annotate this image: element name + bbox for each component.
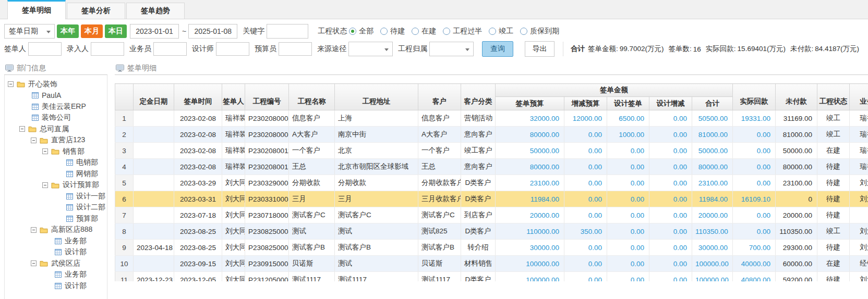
cell-project_no: P2302080009 (245, 127, 289, 143)
cell-status: 在建 (817, 256, 850, 272)
query-button[interactable]: 查询 (482, 41, 513, 57)
tree-node-7[interactable]: 电销部 (5, 157, 107, 169)
table-row[interactable]: 102023-09-15刘大同P2309150002贝诺斯测试贝诺斯材料销售10… (115, 256, 868, 272)
cell-design_adj: 0.00 (649, 159, 692, 175)
tree-collapse-icon[interactable] (31, 260, 37, 266)
cell-project_no: P2309150002 (245, 256, 289, 272)
tree-node-9[interactable]: 设计预算部 (5, 180, 107, 191)
tree-collapse-icon[interactable] (42, 182, 48, 188)
tree-node-4[interactable]: 总司直属 (5, 123, 107, 135)
tree-node-10[interactable]: 设计一部 (5, 191, 107, 202)
totals-summary: 合计签单金额:99.7002(万元)签单数:16实际回款:15.69401(万元… (571, 44, 864, 54)
cell-received: 0.00 (733, 223, 776, 240)
column-header-sign_date[interactable]: 签单时间 (174, 84, 222, 110)
tree-node-17[interactable]: 业务部 (5, 269, 107, 281)
folder-icon (51, 182, 59, 189)
tree-node-8[interactable]: 网销部 (5, 168, 107, 180)
column-header-design_adj[interactable]: 设计增减 (649, 97, 692, 110)
tree-node-0[interactable]: 开心装饰 (5, 79, 107, 90)
column-header-signer[interactable]: 签单人 (222, 84, 245, 110)
tree-node-1[interactable]: PaulA (5, 90, 107, 102)
budgeter-input[interactable] (279, 42, 312, 56)
designer-input[interactable] (216, 42, 249, 56)
tree-node-12[interactable]: 预算部 (5, 213, 107, 225)
table-row[interactable]: 62023-03-31刘大同P2303310005三月三月三月收款客户测D类客户… (115, 191, 868, 207)
tree-node-18[interactable]: 设计部 (5, 280, 107, 292)
cell-status: 竣工 (817, 223, 850, 240)
export-button[interactable]: 导出 (525, 41, 554, 57)
tree-collapse-icon[interactable] (31, 138, 37, 143)
tree-collapse-icon[interactable] (8, 81, 14, 87)
cell-budget_adj: 350.00 (564, 223, 607, 240)
cell-received: 16109.10 (733, 191, 776, 207)
column-header-total[interactable]: 合计 (692, 97, 733, 110)
column-header-budget[interactable]: 签单预算 (496, 97, 564, 110)
quick-button-this-day[interactable]: 本日 (105, 24, 127, 38)
salesman-input[interactable] (153, 42, 187, 56)
table-row[interactable]: 112023-12-232023-12-05刘大同P2312050002测试11… (115, 272, 868, 282)
status-radio-all[interactable]: 全部 (349, 27, 373, 36)
table-row[interactable]: 52023-03-29刘大同P2303290003分期收款分期收款分期收款客户D… (115, 175, 868, 191)
table-row[interactable]: 22023-02-08瑞祥装P2302080009A大客户南京中街A大客户意向客… (115, 127, 868, 143)
date-field-select[interactable]: 签单日期 (4, 24, 55, 39)
tree-node-15[interactable]: 设计部 (5, 247, 107, 258)
signer-input[interactable] (28, 42, 62, 56)
table-row[interactable]: 82023-08-25刘大同P2308250003测试测试测试825D类客户11… (115, 223, 868, 240)
column-header-customer_type[interactable]: 客户分类 (461, 84, 496, 110)
column-header-project_name[interactable]: 工程名称 (289, 84, 335, 110)
column-header-deposit_date[interactable]: 定金日期 (134, 84, 174, 110)
column-header-customer[interactable]: 客户 (418, 84, 461, 110)
cell-salesman: 瑞祥装 (850, 159, 868, 175)
table-row[interactable]: 12023-02-08瑞祥装P2302080003信息客户上海信息客户营销活动3… (115, 110, 868, 127)
tree-node-3[interactable]: 装饰公司 (5, 113, 107, 124)
tree-collapse-icon[interactable] (31, 227, 37, 233)
table-row[interactable]: 72023-07-18刘大同P2307180002测试客户C测试客户C测试客户C… (115, 207, 868, 223)
entry-input[interactable] (91, 42, 124, 56)
column-header-address[interactable]: 工程地址 (335, 84, 418, 110)
status-radio-warranty[interactable]: 质保到期 (520, 27, 559, 36)
tree-collapse-icon[interactable] (42, 148, 48, 154)
column-header-salesman[interactable]: 业务员 (850, 84, 868, 110)
tree-node-2[interactable]: 美佳云装ERP (5, 101, 107, 113)
tree-collapse-icon[interactable] (19, 126, 25, 132)
column-header-unpaid[interactable]: 未付款 (776, 84, 817, 110)
table-row[interactable]: 92023-04-182023-08-25刘大同P2308250005测试客户B… (115, 240, 868, 256)
table-row[interactable]: 32023-02-08瑞祥装P2302080011一个客户北京一个客户竣工客户5… (115, 143, 868, 159)
status-radio-finished[interactable]: 竣工 (489, 27, 513, 36)
status-radio-building[interactable]: 在建 (412, 27, 436, 36)
tab-sign-analysis[interactable]: 签单分析 (67, 3, 125, 19)
keyword-input[interactable] (267, 24, 308, 39)
radio-icon (443, 28, 450, 35)
status-radio-pending[interactable]: 待建 (380, 27, 405, 36)
cell-budget_adj: 0.00 (564, 127, 607, 143)
cell-sign_date: 2023-02-08 (174, 127, 222, 143)
table-row[interactable]: 42023-02-08瑞祥装P2302080013王总北京市朝阳区全球影域王总意… (115, 159, 868, 175)
tree-node-14[interactable]: 业务部 (5, 235, 107, 247)
tab-sign-trend[interactable]: 签单趋势 (126, 3, 185, 19)
tab-sign-detail[interactable]: 签单明细 (7, 0, 66, 19)
column-header-budget_adj[interactable]: 增减预算 (564, 97, 607, 110)
tree-node-5[interactable]: 直营店123 (5, 135, 107, 146)
cell-customer_type: D类客户 (461, 191, 496, 207)
cell-signer: 瑞祥装 (222, 127, 245, 143)
source-select[interactable] (348, 42, 393, 56)
column-header-project_no[interactable]: 工程编号 (245, 84, 289, 110)
tree-node-16[interactable]: 武侯区店 (5, 258, 107, 269)
tree-node-label: 开心装饰 (28, 80, 57, 89)
tree-node-11[interactable]: 设计二部 (5, 202, 107, 214)
status-radio-halfway[interactable]: 工程过半 (443, 27, 482, 36)
cell-project_no: P2307180002 (245, 207, 289, 223)
column-header-design_sign[interactable]: 设计签单 (607, 97, 649, 110)
quick-button-this-month[interactable]: 本月 (81, 24, 103, 38)
quick-button-this-year[interactable]: 本年 (57, 24, 79, 38)
date-from-input[interactable]: 2023-01-01 (130, 24, 179, 39)
tree-node-6[interactable]: 销售部 (5, 146, 107, 157)
cell-total: 50500.00 (692, 110, 733, 127)
cell-address: 北京市朝阳区全球影域 (335, 159, 418, 175)
belong-select[interactable] (429, 42, 474, 56)
date-to-input[interactable]: 2025-01-08 (188, 24, 237, 39)
column-header-received[interactable]: 实际回款 (733, 84, 776, 110)
department-panel-label: 部门信息 (17, 64, 46, 73)
column-header-status[interactable]: 工程状态 (817, 84, 850, 110)
tree-node-13[interactable]: 高新区店888 (5, 225, 107, 236)
